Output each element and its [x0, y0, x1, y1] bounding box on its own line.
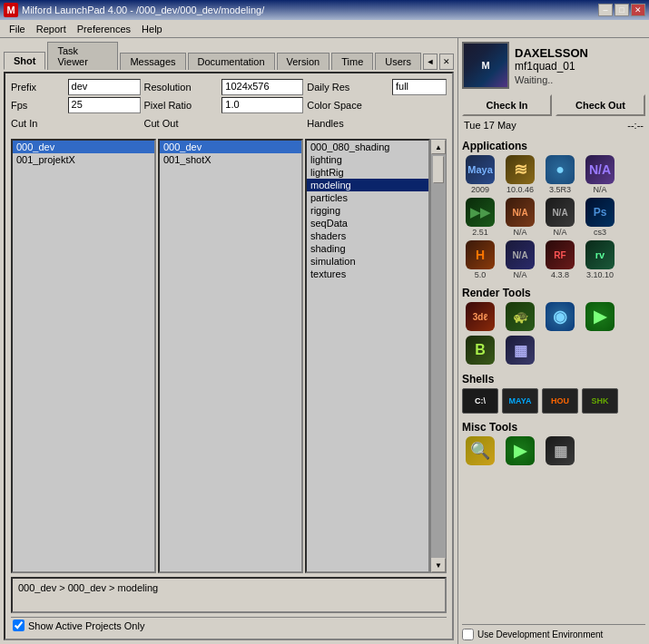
- list-item[interactable]: 001_projektX: [13, 153, 154, 166]
- check-out-button[interactable]: Check Out: [556, 94, 645, 116]
- list-item[interactable]: lightRig: [307, 166, 428, 179]
- app-icon-realflow[interactable]: ● 3.5R3: [542, 155, 578, 194]
- task-list[interactable]: 000_080_shading lighting lightRig modeli…: [305, 139, 430, 573]
- resolution-label: Resolution: [144, 82, 219, 93]
- app-icon-maya[interactable]: Maya 2009: [462, 155, 498, 194]
- list-item[interactable]: textures: [307, 268, 428, 280]
- check-in-button[interactable]: Check In: [462, 94, 552, 116]
- fusion-label: 2.51: [472, 228, 488, 237]
- rv-label: 3.10.10: [586, 270, 614, 279]
- user-info: M DAXELSSON mf1quad_01 Waiting..: [462, 42, 645, 89]
- menu-report[interactable]: Report: [31, 22, 72, 36]
- shell-cmd[interactable]: C:\: [462, 388, 498, 414]
- dev-env-checkbox[interactable]: [462, 629, 474, 640]
- render-icon-b[interactable]: B: [462, 336, 498, 366]
- list-item[interactable]: seqData: [307, 217, 428, 229]
- list-item[interactable]: 000_dev: [160, 141, 301, 153]
- shells-grid: C:\ MAYA HOU SHK: [462, 388, 645, 414]
- menu-file[interactable]: File: [4, 22, 31, 36]
- path-breadcrumb: 000_dev > 000_dev > modeling: [11, 577, 447, 613]
- tab-time[interactable]: Time: [331, 53, 373, 70]
- shell-shake[interactable]: SHK: [582, 388, 618, 414]
- handles-value: [392, 115, 447, 132]
- list-item[interactable]: 000_dev: [13, 141, 154, 153]
- list-item[interactable]: particles: [307, 191, 428, 204]
- list-item[interactable]: 000_080_shading: [307, 141, 428, 153]
- app-icon-rf2[interactable]: RF 4.3.8: [542, 240, 578, 279]
- list-item[interactable]: shaders: [307, 229, 428, 242]
- status-text: Waiting..: [515, 74, 588, 85]
- maya-label: 2009: [471, 185, 489, 194]
- list-item[interactable]: rigging: [307, 204, 428, 217]
- tab-documentation[interactable]: Documentation: [188, 53, 275, 70]
- active-projects-label[interactable]: Show Active Projects Only: [28, 620, 144, 631]
- bunkspeed-icon: 🐢: [506, 302, 535, 331]
- list-item[interactable]: shading: [307, 242, 428, 255]
- path-text: 000_dev > 000_dev > modeling: [18, 582, 158, 593]
- shell-maya[interactable]: MAYA: [502, 388, 538, 414]
- tab-users[interactable]: Users: [375, 53, 421, 70]
- ps-label: cs3: [594, 228, 606, 237]
- scroll-track[interactable]: [431, 154, 446, 558]
- misc-icon-grid[interactable]: ▦: [542, 436, 578, 466]
- rf-label: N/A: [513, 270, 526, 279]
- username: DAXELSSON: [515, 46, 588, 60]
- maximize-button[interactable]: □: [615, 4, 629, 16]
- tab-shot[interactable]: Shot: [4, 52, 45, 70]
- grid-icon: ▦: [506, 336, 535, 365]
- menu-help[interactable]: Help: [136, 22, 168, 36]
- render-icon-globe[interactable]: ◉: [542, 302, 578, 332]
- date-right: --:--: [627, 120, 644, 131]
- action-buttons: Check In Check Out: [462, 94, 645, 116]
- render-icon-3delight[interactable]: 3dℓ: [462, 302, 498, 332]
- tab-task-viewer[interactable]: Task Viewer: [47, 42, 118, 70]
- list-item[interactable]: 001_shotX: [160, 153, 301, 166]
- dev-env-label[interactable]: Use Development Environment: [477, 629, 603, 639]
- tab-next-button[interactable]: ✕: [439, 54, 454, 70]
- shell-houdini[interactable]: HOU: [542, 388, 578, 414]
- resolution-value: 1024x576: [221, 79, 303, 95]
- minimize-button[interactable]: –: [598, 4, 613, 16]
- app-icon-nuke[interactable]: N/A N/A: [582, 155, 618, 194]
- bottom-bar: Show Active Projects Only: [11, 617, 447, 633]
- pixel-ratio-label: Pixel Ratio: [144, 100, 219, 111]
- active-projects-checkbox[interactable]: [13, 620, 25, 631]
- misc-icon-play[interactable]: ▶: [502, 436, 538, 466]
- scroll-thumb[interactable]: [433, 156, 444, 183]
- right-panel: M DAXELSSON mf1quad_01 Waiting.. Check I…: [458, 38, 649, 644]
- fields-area: Prefix dev Resolution 1024x576 Daily Res…: [11, 79, 447, 132]
- list-item[interactable]: simulation: [307, 255, 428, 268]
- shot-list[interactable]: 000_dev 001_shotX: [158, 139, 303, 573]
- tab-prev-button[interactable]: ◄: [423, 54, 438, 70]
- list-item[interactable]: modeling: [307, 179, 428, 191]
- app-icon-rv[interactable]: rv 3.10.10: [582, 240, 618, 279]
- misc-icon-search[interactable]: 🔍: [462, 436, 498, 466]
- list-item[interactable]: lighting: [307, 153, 428, 166]
- close-button[interactable]: ✕: [631, 4, 645, 16]
- render-icon-bunkspeed[interactable]: 🐢: [502, 302, 538, 332]
- app-icon-rf[interactable]: N/A N/A: [502, 240, 538, 279]
- app-icon-nk[interactable]: N/A N/A: [542, 198, 578, 237]
- realflow-icon: ●: [546, 155, 575, 184]
- list-area: 000_dev 001_projektX 000_dev 001_shotX 0…: [11, 139, 447, 573]
- app-icon-ps[interactable]: Ps cs3: [582, 198, 618, 237]
- app-icon-fusion[interactable]: ▶▶ 2.51: [462, 198, 498, 237]
- tab-messages[interactable]: Messages: [120, 53, 185, 70]
- search-icon: 🔍: [466, 436, 495, 465]
- app-icon-houdini[interactable]: H 5.0: [462, 240, 498, 279]
- app-icon-fluid[interactable]: ≋ 10.0.46: [502, 155, 538, 194]
- project-list[interactable]: 000_dev 001_projektX: [11, 139, 156, 573]
- scroll-down-button[interactable]: ▼: [431, 558, 446, 572]
- app-icon-katana[interactable]: N/A N/A: [502, 198, 538, 237]
- render-icon-grid[interactable]: ▦: [502, 336, 538, 366]
- menu-preferences[interactable]: Preferences: [72, 22, 136, 36]
- scrollbar[interactable]: ▲ ▼: [430, 139, 447, 573]
- render-icon-play[interactable]: ▶: [582, 302, 618, 332]
- tab-nav: ◄ ✕: [423, 54, 454, 70]
- misc-grid-icon: ▦: [546, 436, 575, 465]
- cut-in-label: Cut In: [11, 118, 64, 129]
- daily-res-value: full: [392, 79, 447, 95]
- misc-tools-grid: 🔍 ▶ ▦: [462, 436, 645, 466]
- scroll-up-button[interactable]: ▲: [431, 140, 446, 154]
- tab-version[interactable]: Version: [277, 53, 330, 70]
